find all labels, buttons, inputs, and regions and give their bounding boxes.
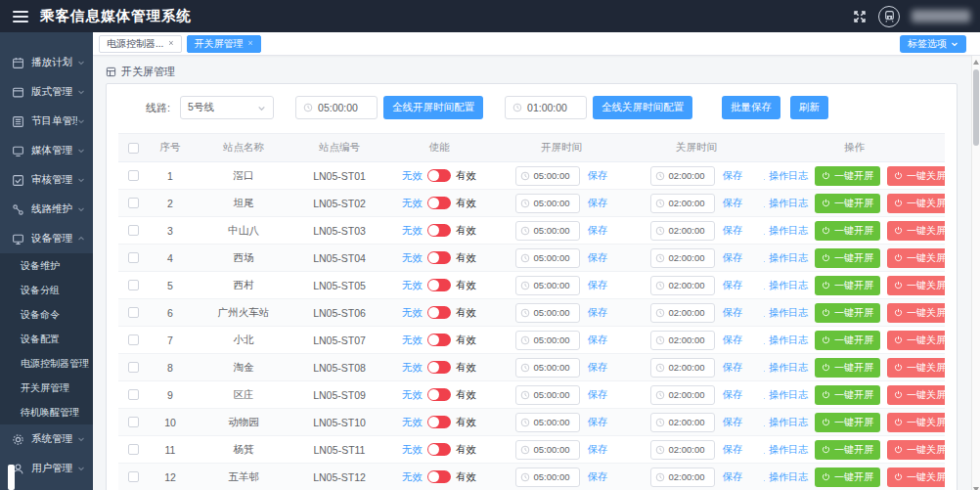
enable-toggle[interactable]: [427, 416, 451, 428]
one-key-screen-on-button[interactable]: 一键开屏: [815, 276, 880, 295]
one-key-screen-off-button[interactable]: 一键关屏: [887, 248, 945, 268]
save-off-time-link[interactable]: 保存: [723, 334, 743, 347]
invalid-label[interactable]: 无效: [402, 388, 423, 402]
save-on-time-link[interactable]: 保存: [588, 443, 608, 457]
screen-off-time-input[interactable]: 02:00:00: [650, 358, 715, 378]
sidebar-subitem-0[interactable]: 设备维护: [0, 253, 93, 278]
enable-toggle[interactable]: [427, 197, 451, 209]
invalid-label[interactable]: 无效: [402, 361, 423, 375]
tab-close-icon[interactable]: ×: [168, 39, 173, 48]
one-key-screen-on-button[interactable]: 一键开屏: [815, 468, 880, 487]
save-on-time-link[interactable]: 保存: [588, 306, 608, 320]
fullscreen-icon[interactable]: [853, 10, 867, 23]
operation-log-link[interactable]: 操作日志: [764, 197, 808, 210]
screen-on-time-input[interactable]: 05:00:00: [515, 194, 580, 213]
screen-off-time-input[interactable]: 02:00:00: [650, 276, 715, 295]
row-checkbox[interactable]: [128, 417, 139, 427]
screen-on-time-input[interactable]: 05:00:00: [515, 248, 580, 268]
sidebar-item-0[interactable]: 播放计划: [0, 48, 93, 77]
one-key-screen-off-button[interactable]: 一键关屏: [887, 276, 945, 295]
one-key-screen-on-button[interactable]: 一键开屏: [815, 248, 880, 268]
row-checkbox[interactable]: [128, 334, 139, 345]
save-off-time-link[interactable]: 保存: [723, 416, 743, 429]
save-on-time-link[interactable]: 保存: [588, 388, 608, 402]
batch-save-button[interactable]: 批量保存: [722, 96, 780, 119]
save-on-time-link[interactable]: 保存: [588, 361, 608, 375]
sidebar-scrollbar[interactable]: [8, 465, 15, 490]
invalid-label[interactable]: 无效: [402, 416, 423, 429]
sidebar-subitem-1[interactable]: 设备分组: [0, 278, 93, 302]
save-off-time-link[interactable]: 保存: [723, 224, 743, 238]
one-key-screen-off-button[interactable]: 一键关屏: [887, 303, 945, 323]
select-all-checkbox[interactable]: [128, 143, 139, 154]
enable-toggle[interactable]: [427, 169, 451, 182]
sidebar-item-3[interactable]: 媒体管理: [0, 136, 93, 165]
screen-on-time-input[interactable]: 05:00:00: [515, 166, 580, 186]
sidebar-subitem-4[interactable]: 电源控制器管理: [0, 351, 93, 376]
one-key-screen-on-button[interactable]: 一键开屏: [815, 440, 880, 460]
content-scrollbar[interactable]: [971, 56, 980, 490]
row-checkbox[interactable]: [128, 444, 139, 455]
invalid-label[interactable]: 无效: [402, 334, 423, 347]
screen-on-time-input[interactable]: 05:00:00: [515, 358, 580, 378]
scroll-up-arrow-icon[interactable]: [973, 60, 979, 65]
one-key-screen-off-button[interactable]: 一键关屏: [887, 440, 945, 460]
one-key-screen-off-button[interactable]: 一键关屏: [887, 194, 945, 213]
sidebar-subitem-6[interactable]: 待机唤醒管理: [0, 400, 93, 424]
one-key-screen-on-button[interactable]: 一键开屏: [815, 385, 880, 405]
sidebar-item-4[interactable]: 审核管理: [0, 165, 93, 195]
sidebar-item-5[interactable]: 线路维护: [0, 195, 93, 224]
one-key-screen-off-button[interactable]: 一键关屏: [887, 166, 945, 186]
line-select[interactable]: 5号线: [180, 96, 274, 119]
one-key-screen-off-button[interactable]: 一键关屏: [887, 358, 945, 378]
enable-toggle[interactable]: [427, 306, 451, 319]
sidebar-subitem-5[interactable]: 开关屏管理: [0, 376, 93, 400]
menu-icon[interactable]: [13, 11, 28, 22]
one-key-screen-on-button[interactable]: 一键开屏: [815, 194, 880, 213]
operation-log-link[interactable]: 操作日志: [764, 388, 808, 402]
operation-log-link[interactable]: 操作日志: [764, 251, 808, 265]
row-checkbox[interactable]: [128, 280, 139, 290]
sidebar-item-2[interactable]: 节目单管理: [0, 107, 93, 136]
save-off-time-link[interactable]: 保存: [723, 388, 743, 402]
scrollbar-thumb[interactable]: [973, 69, 979, 146]
screen-off-time-input[interactable]: 02:00:00: [650, 248, 715, 268]
invalid-label[interactable]: 无效: [402, 169, 423, 183]
tab-options-button[interactable]: 标签选项: [900, 35, 966, 53]
refresh-button[interactable]: 刷新: [790, 96, 828, 119]
enable-toggle[interactable]: [427, 470, 451, 483]
invalid-label[interactable]: 无效: [402, 197, 423, 210]
operation-log-link[interactable]: 操作日志: [764, 443, 808, 457]
sidebar-subitem-3[interactable]: 设备配置: [0, 327, 93, 351]
operation-log-link[interactable]: 操作日志: [764, 224, 808, 238]
screen-off-time-input[interactable]: 02:00:00: [650, 303, 715, 323]
enable-toggle[interactable]: [427, 279, 451, 291]
enable-toggle[interactable]: [427, 361, 451, 374]
sidebar-item-6[interactable]: 设备管理: [0, 224, 93, 253]
screen-on-time-input[interactable]: 05:00:00: [515, 221, 580, 241]
save-on-time-link[interactable]: 保存: [588, 334, 608, 347]
one-key-screen-off-button[interactable]: 一键关屏: [887, 413, 945, 432]
operation-log-link[interactable]: 操作日志: [764, 169, 808, 183]
save-on-time-link[interactable]: 保存: [588, 470, 608, 484]
screen-off-time-input[interactable]: 02:00:00: [650, 440, 715, 460]
invalid-label[interactable]: 无效: [402, 470, 423, 484]
save-off-time-link[interactable]: 保存: [723, 306, 743, 320]
screen-on-time-input[interactable]: 05:00:00: [515, 276, 580, 295]
tab-close-icon[interactable]: ×: [248, 39, 253, 48]
screen-on-time-input[interactable]: 05:00:00: [515, 331, 580, 350]
one-key-screen-on-button[interactable]: 一键开屏: [815, 303, 880, 323]
save-off-time-link[interactable]: 保存: [723, 361, 743, 375]
enable-toggle[interactable]: [427, 251, 451, 264]
operation-log-link[interactable]: 操作日志: [764, 334, 808, 347]
one-key-screen-on-button[interactable]: 一键开屏: [815, 358, 880, 378]
screen-on-time-input[interactable]: 05:00:00: [515, 440, 580, 460]
screen-off-time-input[interactable]: 02:00:00: [650, 331, 715, 350]
global-off-time-input[interactable]: 01:00:00: [505, 96, 587, 119]
save-off-time-link[interactable]: 保存: [723, 197, 743, 210]
screen-off-time-input[interactable]: 02:00:00: [650, 194, 715, 213]
enable-toggle[interactable]: [427, 334, 451, 346]
screen-on-time-input[interactable]: 05:00:00: [515, 468, 580, 487]
screen-off-time-input[interactable]: 02:00:00: [650, 413, 715, 432]
user-name-blurred[interactable]: [912, 10, 970, 22]
